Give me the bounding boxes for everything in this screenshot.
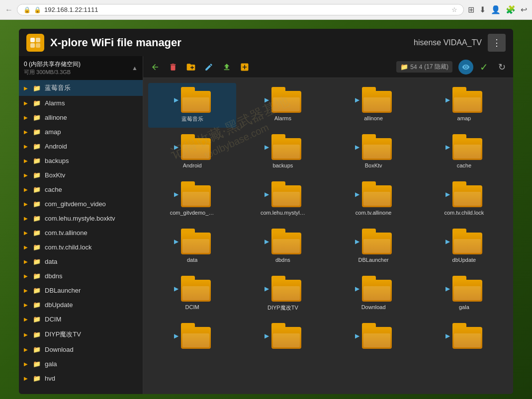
file-item-gitvdemo[interactable]: ▶ com_gitvdemo_vide… <box>148 177 236 222</box>
sidebar-arrow-icon: ▶ <box>24 144 28 149</box>
sidebar-item-diyp[interactable]: ▶ 📁 DIYP魔改TV <box>19 326 143 342</box>
file-item-row6d[interactable]: ▶ <box>420 319 508 364</box>
sidebar-item-allinone[interactable]: ▶ 📁 allinone <box>19 110 143 125</box>
sidebar[interactable]: 0 (内部共享存储空间) 可用 300MB/3.3GB ▲ ▶ 📁 蓝莓音乐 ▶… <box>19 56 143 394</box>
back-arrow-icon <box>151 63 160 72</box>
back-icon[interactable]: ← <box>5 5 13 14</box>
sidebar-item-label: 蓝莓音乐 <box>45 83 71 92</box>
folder-icon-small: 📁 <box>33 171 41 179</box>
file-item-row6c[interactable]: ▶ <box>330 319 418 364</box>
file-name: DCIM <box>185 304 199 310</box>
sidebar-item-childlock[interactable]: ▶ 📁 com.tv.child.lock <box>19 240 143 254</box>
sidebar-arrow-icon: ▶ <box>24 361 28 367</box>
file-item-row6b[interactable]: ▶ <box>239 319 327 364</box>
check-button[interactable]: ✓ <box>476 60 491 75</box>
eye-icon <box>462 63 470 71</box>
security-icon: 🔒 <box>23 6 31 13</box>
svg-rect-2 <box>30 43 35 48</box>
app-container: X-plore WiFi file manager hisense VIDAA_… <box>19 29 513 394</box>
add-button[interactable] <box>237 59 253 75</box>
sidebar-item-dbdns[interactable]: ▶ 📁 dbdns <box>19 269 143 283</box>
sidebar-arrow-icon: ▶ <box>24 100 28 106</box>
svg-rect-3 <box>36 43 40 48</box>
file-name: 蓝莓音乐 <box>181 115 203 123</box>
file-item-dbupdate[interactable]: ▶ dbUpdate <box>420 225 508 269</box>
sidebar-item-cache[interactable]: ▶ 📁 cache <box>19 182 143 197</box>
file-name: Download <box>361 304 386 310</box>
file-item-diyp[interactable]: ▶ DIYP魔改TV <box>239 272 327 317</box>
device-name: hisense VIDAA_TV <box>414 38 482 47</box>
sidebar-item-alarms[interactable]: ▶ 📁 Alarms <box>19 96 143 110</box>
file-name: com_gitvdemo_vide… <box>170 210 215 216</box>
sidebar-item-dblauncher[interactable]: ▶ 📁 DBLauncher <box>19 283 143 298</box>
sidebar-item-hvd[interactable]: ▶ 📁 hvd <box>19 371 143 386</box>
file-item-lehu[interactable]: ▶ com.lehu.mystyle.bc… <box>239 177 327 222</box>
folder-icon-small: 📁 <box>33 375 41 382</box>
file-name: dbUpdate <box>452 257 476 263</box>
sidebar-arrow-icon: ▶ <box>24 347 28 352</box>
refresh-button[interactable]: ↻ <box>494 60 509 75</box>
file-item-dcim[interactable]: ▶ DCIM <box>148 272 236 317</box>
hidden-count: (17 隐藏) <box>424 63 448 71</box>
file-item-boxktv[interactable]: ▶ BoxKtv <box>330 130 418 175</box>
sidebar-item-backups[interactable]: ▶ 📁 backups <box>19 154 143 168</box>
file-item-download[interactable]: ▶ Download <box>330 272 418 317</box>
download-browser-icon[interactable]: ⬇ <box>479 5 486 14</box>
sidebar-arrow-icon: ▶ <box>24 259 28 264</box>
sidebar-item-android[interactable]: ▶ 📁 Android <box>19 139 143 154</box>
file-item-row6a[interactable]: ▶ <box>148 319 236 364</box>
app-menu-button[interactable]: ⋮ <box>488 34 506 52</box>
bookmark-icon[interactable]: ☆ <box>451 6 457 13</box>
file-grid[interactable]: ▶ 蓝莓音乐 <box>143 78 513 369</box>
folder-icon-small: 📁 <box>33 114 41 121</box>
file-item-cache[interactable]: ▶ cache <box>420 130 508 175</box>
sidebar-item-lehu[interactable]: ▶ 📁 com.lehu.mystyle.boxktv <box>19 211 143 226</box>
delete-button[interactable] <box>165 59 181 75</box>
sidebar-arrow-icon: ▶ <box>24 230 28 236</box>
sidebar-item-boxktv[interactable]: ▶ 📁 BoxKtv <box>19 168 143 182</box>
file-name: com.lehu.mystyle.bc… <box>261 210 305 216</box>
file-item-android[interactable]: ▶ Android <box>148 130 236 175</box>
back-button[interactable] <box>147 59 163 75</box>
file-item-childlock[interactable]: ▶ com.tv.child.lock <box>420 177 508 222</box>
sidebar-item-blueberry[interactable]: ▶ 📁 蓝莓音乐 <box>19 80 143 96</box>
sidebar-item-download[interactable]: ▶ 📁 Download <box>19 342 143 357</box>
file-item-alarms[interactable]: ▶ Alarms <box>239 83 327 128</box>
upload-icon <box>222 63 231 72</box>
sidebar-arrow-icon: ▶ <box>24 332 28 337</box>
sidebar-item-gitvdemo[interactable]: ▶ 📁 com_gitvdemo_video <box>19 197 143 211</box>
file-item-dbdns[interactable]: ▶ dbdns <box>239 225 327 269</box>
sidebar-item-label: backups <box>45 157 69 164</box>
file-item-dblauncher[interactable]: ▶ DBLauncher <box>330 225 418 269</box>
sidebar-header: 0 (内部共享存储空间) 可用 300MB/3.3GB ▲ <box>19 56 143 80</box>
file-name: cache <box>457 162 471 168</box>
file-item-blueberry[interactable]: ▶ 蓝莓音乐 <box>148 83 236 128</box>
extensions-icon[interactable]: 🧩 <box>506 5 516 14</box>
back-browser-icon[interactable]: ↩ <box>521 5 527 14</box>
file-item-allinone[interactable]: ▶ allinone <box>330 83 418 128</box>
file-item-gala[interactable]: ▶ gala <box>420 272 508 317</box>
sidebar-item-tvallinone[interactable]: ▶ 📁 com.tv.allinone <box>19 226 143 240</box>
sidebar-item-dbupdate[interactable]: ▶ 📁 dbUpdate <box>19 298 143 312</box>
grid-icon[interactable]: ⊞ <box>468 5 474 14</box>
file-item-backups[interactable]: ▶ backups <box>239 130 327 175</box>
sidebar-item-label: data <box>45 258 57 265</box>
folder-icon-small: 📁 <box>33 360 41 368</box>
sidebar-scroll-up[interactable]: ▲ <box>132 65 138 72</box>
new-folder-button[interactable] <box>183 59 199 75</box>
file-item-tvallinone[interactable]: ▶ com.tv.allinone <box>330 177 418 222</box>
profile-icon[interactable]: 👤 <box>491 5 501 14</box>
eye-button[interactable] <box>458 60 473 75</box>
sidebar-item-data[interactable]: ▶ 📁 data <box>19 254 143 269</box>
folder-icon-small: 📁 <box>33 143 41 150</box>
file-item-amap[interactable]: ▶ amap <box>420 83 508 128</box>
upload-button[interactable] <box>219 59 235 75</box>
sidebar-arrow-icon: ▶ <box>24 158 28 163</box>
sidebar-item-dcim[interactable]: ▶ 📁 DCIM <box>19 312 143 326</box>
rename-button[interactable] <box>201 59 217 75</box>
address-bar[interactable]: 🔒 🔒 192.168.1.22:1111 ☆ <box>17 4 464 15</box>
address-text[interactable]: 192.168.1.22:1111 <box>44 6 448 13</box>
sidebar-item-amap[interactable]: ▶ 📁 amap <box>19 125 143 139</box>
sidebar-item-gala[interactable]: ▶ 📁 gala <box>19 357 143 371</box>
file-item-data[interactable]: ▶ data <box>148 225 236 269</box>
